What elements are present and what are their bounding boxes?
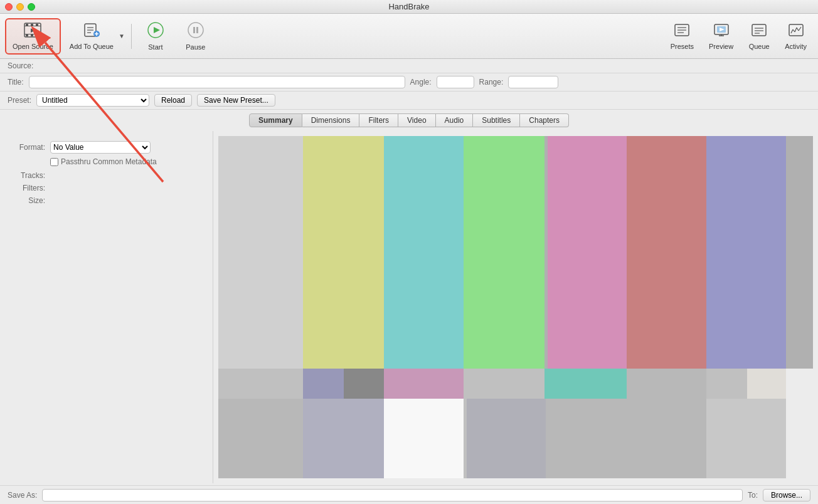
tab-subtitles[interactable]: Subtitles bbox=[473, 113, 520, 127]
filters-label: Filters: bbox=[8, 184, 45, 192]
presets-label: Presets bbox=[671, 43, 694, 50]
start-button[interactable]: Start bbox=[137, 18, 174, 55]
svg-point-19 bbox=[188, 23, 203, 38]
svg-rect-20 bbox=[193, 27, 195, 33]
color-block bbox=[384, 136, 464, 369]
content-wrapper: Format: No Value Passthru Common Metadat… bbox=[0, 131, 818, 483]
open-source-button[interactable]: ▶ Open Source bbox=[5, 18, 61, 55]
queue-button[interactable]: Queue bbox=[742, 18, 776, 55]
source-row: Source: bbox=[0, 59, 818, 73]
color-block bbox=[303, 136, 384, 369]
svg-rect-7 bbox=[31, 34, 33, 36]
reload-button[interactable]: Reload bbox=[154, 94, 192, 107]
open-source-label: Open Source bbox=[13, 43, 53, 50]
angle-input[interactable] bbox=[437, 76, 474, 88]
svg-rect-4 bbox=[31, 24, 33, 26]
svg-line-36 bbox=[791, 29, 793, 33]
size-row: Size: bbox=[8, 196, 205, 205]
svg-rect-6 bbox=[26, 34, 28, 36]
browse-button[interactable]: Browse... bbox=[763, 489, 810, 501]
color-block bbox=[464, 369, 544, 399]
preset-select[interactable]: Untitled bbox=[36, 94, 149, 107]
color-block bbox=[625, 399, 706, 478]
color-block bbox=[467, 399, 546, 478]
save-as-label: Save As: bbox=[8, 491, 37, 500]
color-block bbox=[384, 399, 464, 478]
passthru-row: Passthru Common Metadata bbox=[50, 157, 205, 166]
svg-rect-5 bbox=[36, 24, 38, 26]
color-block bbox=[706, 399, 786, 478]
svg-line-38 bbox=[795, 28, 797, 32]
svg-rect-2 bbox=[24, 34, 41, 34]
content-area: Summary Dimensions Filters Video Audio S… bbox=[0, 110, 818, 483]
tab-chapters[interactable]: Chapters bbox=[520, 113, 569, 127]
svg-rect-3 bbox=[26, 24, 28, 26]
save-row: Save As: To: Browse... bbox=[0, 485, 818, 504]
add-to-queue-label: Add To Queue bbox=[70, 43, 114, 50]
range-label: Range: bbox=[479, 78, 504, 87]
color-block bbox=[544, 369, 627, 399]
activity-button[interactable]: Activity bbox=[778, 18, 813, 55]
color-block bbox=[218, 399, 303, 478]
tracks-label: Tracks: bbox=[8, 171, 45, 180]
color-block bbox=[218, 136, 303, 369]
close-button[interactable] bbox=[5, 3, 13, 11]
left-panel: Format: No Value Passthru Common Metadat… bbox=[0, 131, 213, 483]
pause-button[interactable]: Pause bbox=[177, 18, 215, 55]
color-block bbox=[706, 369, 746, 399]
svg-rect-35 bbox=[789, 24, 803, 36]
svg-marker-18 bbox=[154, 27, 160, 33]
film-icon: ▶ bbox=[24, 23, 41, 41]
save-as-input[interactable] bbox=[42, 489, 743, 501]
svg-rect-8 bbox=[36, 34, 38, 36]
title-row: Title: Angle: Range: bbox=[0, 73, 818, 92]
color-block bbox=[344, 369, 384, 399]
pause-label: Pause bbox=[186, 43, 205, 51]
preview-area bbox=[213, 131, 818, 483]
title-input[interactable] bbox=[29, 76, 405, 88]
color-block bbox=[706, 136, 786, 369]
color-grid bbox=[218, 136, 813, 478]
svg-rect-31 bbox=[752, 24, 766, 36]
tab-video[interactable]: Video bbox=[398, 113, 435, 127]
add-to-queue-dropdown[interactable]: ▼ bbox=[117, 31, 126, 41]
svg-rect-1 bbox=[24, 26, 41, 26]
tab-audio[interactable]: Audio bbox=[436, 113, 474, 127]
to-label: To: bbox=[748, 491, 758, 500]
format-row: Format: No Value bbox=[8, 141, 205, 154]
activity-icon bbox=[788, 23, 804, 41]
activity-label: Activity bbox=[785, 43, 807, 50]
preview-button[interactable]: Preview bbox=[703, 18, 740, 55]
tab-filters[interactable]: Filters bbox=[359, 113, 398, 127]
save-new-preset-button[interactable]: Save New Preset... bbox=[197, 94, 275, 107]
color-block bbox=[747, 369, 786, 399]
play-icon bbox=[147, 22, 164, 42]
color-block bbox=[548, 136, 627, 369]
app-title: HandBrake bbox=[388, 2, 429, 11]
color-block bbox=[218, 369, 303, 399]
presets-icon bbox=[674, 23, 690, 41]
color-block bbox=[627, 136, 706, 369]
traffic-lights[interactable] bbox=[5, 3, 35, 11]
format-select[interactable]: No Value bbox=[50, 141, 151, 154]
tracks-row: Tracks: bbox=[8, 171, 205, 180]
minimize-button[interactable] bbox=[16, 3, 24, 11]
color-block bbox=[303, 399, 384, 478]
title-bar: HandBrake bbox=[0, 0, 818, 14]
preset-label: Preset: bbox=[8, 96, 31, 105]
color-block bbox=[786, 136, 813, 369]
add-to-queue-wrapper: Add To Queue ▼ bbox=[63, 18, 126, 55]
add-to-queue-button[interactable]: Add To Queue bbox=[63, 18, 120, 55]
format-label: Format: bbox=[8, 143, 45, 152]
presets-button[interactable]: Presets bbox=[664, 18, 700, 55]
fullscreen-button[interactable] bbox=[28, 3, 35, 11]
range-input[interactable] bbox=[508, 76, 558, 88]
tab-dimensions[interactable]: Dimensions bbox=[302, 113, 360, 127]
preset-row: Preset: Untitled Reload Save New Preset.… bbox=[0, 92, 818, 110]
tab-summary[interactable]: Summary bbox=[249, 113, 302, 127]
passthru-checkbox[interactable] bbox=[50, 158, 58, 166]
start-label: Start bbox=[148, 43, 162, 51]
svg-line-39 bbox=[797, 28, 799, 31]
color-block bbox=[303, 369, 343, 399]
format-section: Format: No Value Passthru Common Metadat… bbox=[8, 136, 205, 214]
